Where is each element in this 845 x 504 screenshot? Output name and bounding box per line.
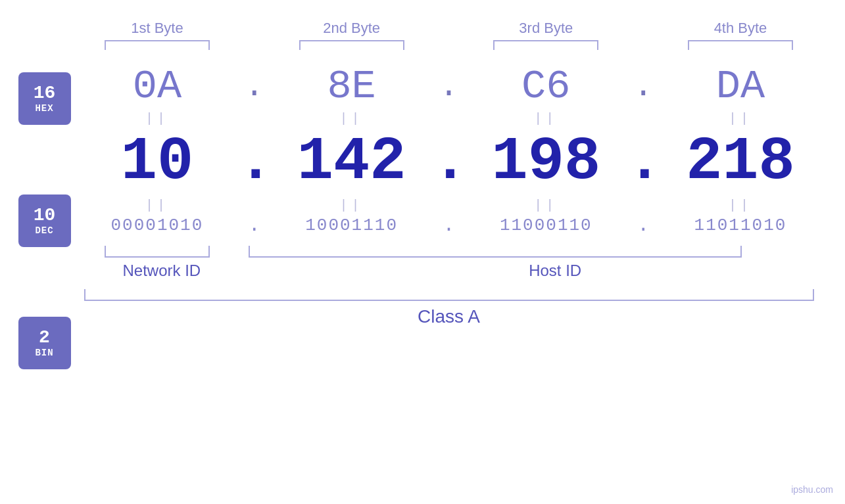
equals-1-3: || — [480, 111, 612, 126]
right-content: 1st Byte 2nd Byte 3rd Byte 4th Byte — [71, 20, 827, 327]
class-label: Class A — [84, 306, 814, 327]
byte-header-1: 1st Byte — [91, 20, 223, 37]
bin-badge-number: 2 — [39, 328, 50, 348]
bin-value-4: 11011010 — [694, 216, 787, 235]
host-bracket-actual-row — [71, 246, 827, 258]
dec-value-1: 10 — [121, 127, 193, 196]
id-labels-row: Network ID Host ID — [71, 262, 827, 280]
byte-header-2: 2nd Byte — [286, 20, 418, 37]
byte-header-4: 4th Byte — [675, 20, 806, 37]
badge-column: 16 HEX 10 DEC 2 BIN — [18, 20, 71, 369]
equals-row-1: || || || || — [71, 111, 827, 126]
dec-dot-2: . — [432, 129, 465, 196]
equals-2-3: || — [480, 198, 612, 213]
top-bracket-3 — [493, 40, 598, 50]
hex-value-2: 8E — [327, 63, 375, 110]
hex-badge-label: HEX — [35, 103, 53, 114]
dec-value-4: 218 — [686, 127, 795, 196]
equals-1-2: || — [286, 111, 418, 126]
bin-dot-2: . — [432, 214, 465, 237]
bin-dot-1: . — [238, 214, 271, 237]
class-section: Class A — [71, 289, 827, 327]
full-wrapper: 16 HEX 10 DEC 2 BIN 1st Byte 2nd Byte — [18, 20, 827, 369]
bin-value-2: 10001110 — [305, 216, 398, 235]
hex-badge: 16 HEX — [18, 72, 71, 125]
host-bracket-start — [286, 246, 418, 258]
byte-header-3: 3rd Byte — [480, 20, 612, 37]
hex-badge-number: 16 — [34, 83, 56, 104]
hex-value-4: DA — [716, 63, 765, 110]
top-bracket-1 — [105, 40, 210, 50]
hex-value-3: C6 — [521, 63, 570, 110]
watermark: ipshu.com — [791, 484, 833, 495]
top-bracket-4 — [688, 40, 793, 50]
bin-row: 00001010 . 10001110 . 11000110 . 1101101… — [71, 214, 827, 237]
top-bracket-2 — [299, 40, 404, 50]
dec-badge-label: DEC — [35, 225, 53, 236]
network-id-label: Network ID — [96, 262, 228, 280]
equals-2-1: || — [91, 198, 223, 213]
dec-row: 10 . 142 . 198 . 218 — [71, 127, 827, 196]
byte-headers-row: 1st Byte 2nd Byte 3rd Byte 4th Byte — [71, 20, 827, 37]
equals-1-1: || — [91, 111, 223, 126]
bin-dot-3: . — [627, 214, 660, 237]
main-container: 16 HEX 10 DEC 2 BIN 1st Byte 2nd Byte — [0, 0, 845, 504]
dec-badge-number: 10 — [34, 206, 56, 226]
bin-value-3: 11000110 — [500, 216, 592, 235]
class-bracket — [84, 289, 814, 301]
equals-2-2: || — [286, 198, 418, 213]
hex-dot-2: . — [432, 68, 465, 105]
hex-value-1: 0A — [133, 63, 181, 110]
equals-2-4: || — [675, 198, 806, 213]
dec-dot-3: . — [627, 129, 660, 196]
hex-row: 0A . 8E . C6 . DA — [71, 63, 827, 110]
top-brackets-row — [71, 40, 827, 50]
dec-badge: 10 DEC — [18, 195, 71, 247]
dec-dot-1: . — [238, 129, 271, 196]
host-id-label: Host ID — [308, 262, 802, 280]
hex-dot-3: . — [627, 68, 660, 105]
bin-badge-label: BIN — [35, 348, 53, 358]
equals-1-4: || — [675, 111, 806, 126]
dec-value-2: 142 — [297, 127, 406, 196]
dec-value-3: 198 — [491, 127, 600, 196]
bin-badge: 2 BIN — [18, 317, 71, 369]
hex-dot-1: . — [238, 68, 271, 105]
bin-value-1: 00001010 — [111, 216, 204, 235]
equals-row-2: || || || || — [71, 198, 827, 213]
